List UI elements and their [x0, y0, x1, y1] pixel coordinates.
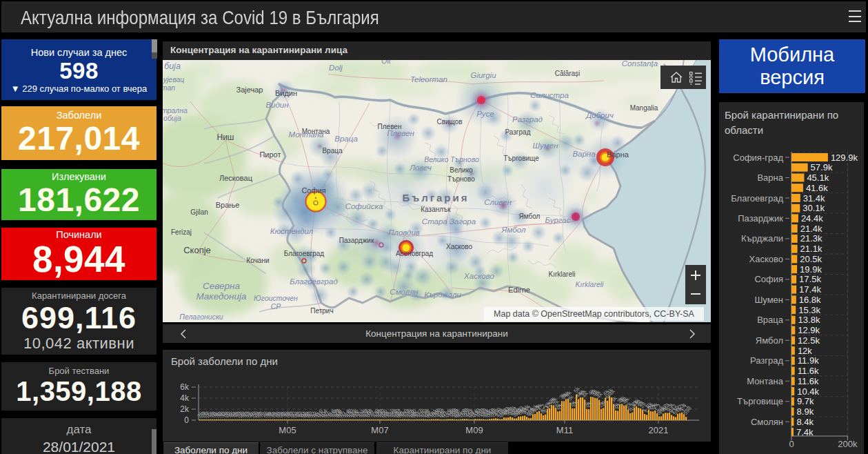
- svg-text:Велико Търново: Велико Търново: [424, 155, 479, 164]
- svg-text:13.8k: 13.8k: [798, 315, 820, 325]
- svg-text:Кюстендил: Кюстендил: [270, 227, 314, 235]
- svg-text:Видин: Видин: [275, 89, 297, 97]
- svg-text:Благоевград: Благоевград: [284, 250, 324, 257]
- svg-text:България: България: [403, 192, 470, 204]
- svg-text:Пазарджик: Пазарджик: [738, 213, 783, 224]
- svg-text:M05: M05: [279, 425, 296, 435]
- svg-text:30.1k: 30.1k: [803, 203, 825, 213]
- svg-text:Хасково: Хасково: [463, 272, 494, 280]
- svg-text:Асеновград: Асеновград: [396, 250, 433, 257]
- svg-text:Софийска: Софийска: [345, 202, 383, 210]
- svg-text:M09: M09: [465, 425, 483, 435]
- svg-text:Монтана: Монтана: [289, 130, 324, 139]
- svg-text:17.4k: 17.4k: [799, 284, 821, 295]
- svg-text:Kırklareli: Kırklareli: [576, 280, 605, 288]
- svg-text:Kırklareli: Kırklareli: [549, 270, 576, 278]
- svg-text:Сливен: Сливен: [484, 198, 512, 206]
- svg-text:2021: 2021: [649, 425, 669, 435]
- svg-text:СР: СР: [271, 302, 281, 310]
- svg-text:Ниш: Ниш: [217, 132, 234, 142]
- svg-text:София-град: София-град: [733, 152, 783, 163]
- svg-text:Смолян: Смолян: [751, 417, 783, 427]
- svg-text:11.9k: 11.9k: [798, 355, 819, 366]
- svg-text:Видин: Видин: [265, 101, 289, 109]
- svg-text:Кърджали: Кърджали: [424, 290, 461, 299]
- svg-text:41.6k: 41.6k: [806, 183, 828, 193]
- svg-text:Шумен: Шумен: [754, 295, 783, 305]
- svg-text:Югоисточен: Югоисточен: [254, 294, 298, 302]
- svg-text:11.6k: 11.6k: [798, 366, 819, 376]
- svg-text:Ямбол: Ямбол: [756, 335, 783, 346]
- svg-text:8.9k: 8.9k: [797, 406, 814, 417]
- svg-text:Пелагониски: Пелагониски: [179, 313, 223, 321]
- svg-text:16.8k: 16.8k: [799, 295, 821, 305]
- svg-text:Gjilan: Gjilan: [190, 208, 208, 216]
- svg-text:Лесковац: Лесковац: [219, 174, 253, 182]
- svg-text:Разград: Разград: [512, 115, 543, 124]
- svg-text:11.6k: 11.6k: [798, 376, 819, 386]
- svg-text:7.4k: 7.4k: [796, 427, 814, 437]
- svg-text:Търговище: Търговище: [503, 155, 539, 162]
- svg-text:12.9k: 12.9k: [798, 325, 820, 335]
- svg-text:31.4k: 31.4k: [803, 193, 825, 204]
- svg-text:Стара Загора: Стара Загора: [422, 217, 476, 226]
- svg-text:Търговище: Търговище: [737, 396, 783, 406]
- svg-text:Варна: Варна: [607, 150, 629, 159]
- svg-text:Teleorman: Teleorman: [410, 75, 447, 83]
- svg-text:Ямбол: Ямбол: [501, 226, 526, 234]
- svg-text:Călărași: Călărași: [555, 70, 581, 77]
- svg-text:Силистра: Силистра: [530, 91, 569, 99]
- svg-text:9.7k: 9.7k: [797, 396, 814, 406]
- svg-text:Петрич: Петрич: [310, 307, 333, 315]
- svg-text:129.9k: 129.9k: [831, 152, 858, 163]
- svg-text:6k: 6k: [180, 382, 190, 392]
- svg-text:Зајечар: Зајечар: [236, 86, 263, 94]
- svg-text:10.4k: 10.4k: [797, 386, 819, 397]
- svg-text:Враца: Враца: [322, 147, 343, 155]
- svg-text:Свищов: Свищов: [436, 118, 462, 126]
- svg-text:Казанлък: Казанлък: [421, 206, 451, 213]
- svg-text:Mangalia: Mangalia: [630, 104, 658, 112]
- svg-text:Търново: Търново: [447, 175, 475, 183]
- svg-text:12.5k: 12.5k: [798, 335, 820, 346]
- svg-text:ујевац: ујевац: [163, 75, 184, 83]
- svg-text:Giurgiu: Giurgiu: [470, 71, 496, 79]
- svg-text:Благоевград: Благоевград: [290, 277, 338, 286]
- svg-text:man: man: [163, 83, 175, 92]
- svg-text:Разград: Разград: [505, 128, 531, 136]
- svg-text:21.3k: 21.3k: [800, 233, 822, 244]
- svg-text:Варна: Варна: [757, 172, 783, 183]
- svg-text:Шумен: Шумен: [533, 141, 559, 150]
- svg-text:Constanța: Constanța: [622, 60, 658, 68]
- svg-text:Пазарджик: Пазарджик: [339, 237, 374, 244]
- svg-text:4k: 4k: [180, 393, 190, 403]
- svg-text:Благоевград: Благоевград: [731, 193, 783, 204]
- svg-text:12k: 12k: [798, 346, 812, 356]
- svg-text:Кочани: Кочани: [246, 257, 269, 264]
- svg-text:Dolj: Dolj: [329, 63, 343, 72]
- svg-text:Хасково: Хасково: [446, 243, 472, 250]
- svg-text:15.3k: 15.3k: [798, 305, 820, 315]
- svg-text:24.4k: 24.4k: [801, 213, 823, 224]
- svg-text:Северна: Северна: [203, 281, 240, 291]
- svg-text:Враца: Враца: [757, 315, 784, 325]
- svg-text:200k: 200k: [838, 439, 858, 449]
- svg-text:Хасково: Хасково: [749, 254, 783, 264]
- svg-text:Ловеч: Ловеч: [409, 164, 432, 172]
- svg-text:Пирот: Пирот: [259, 150, 281, 159]
- svg-text:45.1k: 45.1k: [807, 172, 829, 183]
- svg-text:21.4k: 21.4k: [800, 224, 822, 234]
- svg-text:Монтана: Монтана: [747, 376, 784, 386]
- svg-text:Кърджали: Кърджали: [741, 233, 783, 244]
- svg-text:София: София: [301, 186, 325, 195]
- svg-text:17.5k: 17.5k: [799, 274, 821, 284]
- svg-text:57.9k: 57.9k: [811, 162, 833, 172]
- svg-text:Смолян: Смолян: [390, 288, 418, 296]
- svg-text:Скопје: Скопје: [183, 245, 211, 255]
- svg-text:Варна: Варна: [572, 150, 595, 158]
- svg-text:21.1k: 21.1k: [800, 244, 822, 254]
- svg-text:Враца: Враца: [334, 135, 358, 143]
- svg-text:0: 0: [184, 415, 189, 425]
- svg-text:Добрич: Добрич: [585, 111, 614, 119]
- svg-text:Разград: Разград: [750, 355, 783, 366]
